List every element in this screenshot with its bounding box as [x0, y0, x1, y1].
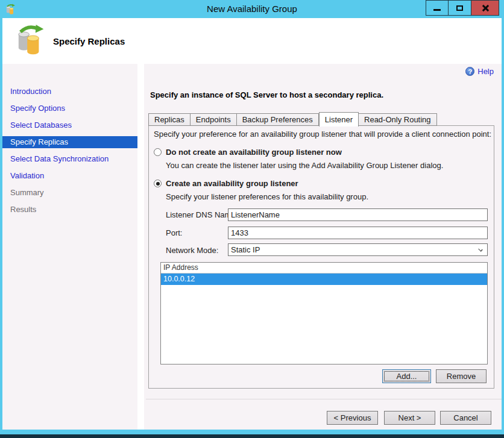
cancel-button[interactable]: Cancel [440, 411, 491, 425]
minimize-icon [433, 9, 441, 11]
sidebar-item-select-databases[interactable]: Select Databases [2, 119, 137, 131]
sidebar-item-introduction[interactable]: Introduction [2, 86, 137, 98]
footer-divider [146, 399, 502, 399]
chevron-down-icon [478, 246, 484, 252]
previous-button[interactable]: < Previous [327, 411, 378, 425]
sidebar-item-specify-options[interactable]: Specify Options [2, 102, 137, 114]
tab-read-only-routing[interactable]: Read-Only Routing [359, 113, 437, 126]
wizard-header: Specify Replicas [2, 18, 502, 64]
dns-name-input[interactable] [228, 208, 488, 221]
ip-address-table[interactable]: IP Address 10.0.0.12 [160, 262, 488, 364]
listener-instruction: Specify your preference for an availabil… [154, 130, 491, 139]
radio-no-listener-circle[interactable] [154, 148, 162, 156]
radio-no-listener-label[interactable]: Do not create an availability group list… [166, 148, 342, 157]
radio-create-listener[interactable]: Create an availability group listener [154, 179, 298, 188]
network-mode-value: Static IP [231, 245, 260, 254]
remove-button[interactable]: Remove [436, 369, 487, 383]
help-link[interactable]: ? Help [465, 67, 494, 76]
client-area: Specify Replicas Introduction Specify Op… [2, 18, 502, 430]
main-heading: Specify an instance of SQL Server to hos… [150, 90, 383, 99]
sidebar-item-specify-replicas[interactable]: Specify Replicas [2, 136, 137, 148]
help-label: Help [477, 67, 494, 76]
close-button[interactable] [471, 0, 499, 16]
port-label: Port: [166, 228, 182, 237]
main-panel: ? Help Specify an instance of SQL Server… [144, 64, 502, 430]
sidebar-item-summary: Summary [2, 187, 137, 199]
radio-create-listener-label[interactable]: Create an availability group listener [166, 179, 298, 188]
dialog-window: New Availability Group Specify Replicas … [0, 0, 504, 438]
window-bottom-edge [0, 434, 504, 438]
radio-no-listener-description: You can create the listener later using … [166, 161, 443, 170]
maximize-button[interactable] [449, 0, 471, 16]
sidebar-item-validation[interactable]: Validation [2, 170, 137, 182]
replicas-database-icon [16, 22, 45, 56]
sidebar-divider [137, 64, 144, 430]
sidebar-item-select-data-synchronization[interactable]: Select Data Synchronization [2, 153, 137, 165]
wizard-sidebar: Introduction Specify Options Select Data… [2, 64, 137, 430]
ip-address-column-header[interactable]: IP Address [161, 263, 487, 274]
tab-backup-preferences[interactable]: Backup Preferences [237, 113, 319, 126]
tab-replicas[interactable]: Replicas [148, 113, 191, 126]
maximize-icon [456, 5, 463, 11]
table-row-ip[interactable]: 10.0.0.12 [161, 274, 487, 285]
radio-create-listener-circle[interactable] [154, 180, 162, 187]
help-icon: ? [465, 67, 474, 76]
titlebar[interactable]: New Availability Group [0, 0, 504, 18]
close-icon [481, 4, 489, 12]
page-title: Specify Replicas [53, 36, 125, 46]
listener-tab-panel: Specify your preference for an availabil… [148, 125, 494, 389]
window-controls [426, 0, 499, 16]
network-mode-select[interactable]: Static IP [228, 243, 488, 256]
minimize-button[interactable] [426, 0, 449, 16]
radio-create-listener-description: Specify your listener preferences for th… [166, 192, 368, 201]
port-input[interactable] [228, 227, 488, 239]
add-button[interactable]: Add... [382, 369, 431, 383]
wizard-steps: Introduction Specify Options Select Data… [2, 86, 137, 221]
next-button[interactable]: Next > [384, 411, 435, 425]
sidebar-item-results: Results [2, 204, 137, 216]
dns-name-label: Listener DNS Name: [166, 210, 238, 219]
radio-no-listener[interactable]: Do not create an availability group list… [154, 148, 342, 157]
tab-listener[interactable]: Listener [319, 112, 359, 127]
tab-endpoints[interactable]: Endpoints [191, 113, 237, 126]
network-mode-label: Network Mode: [166, 246, 218, 255]
tab-strip: Replicas Endpoints Backup Preferences Li… [148, 111, 437, 126]
